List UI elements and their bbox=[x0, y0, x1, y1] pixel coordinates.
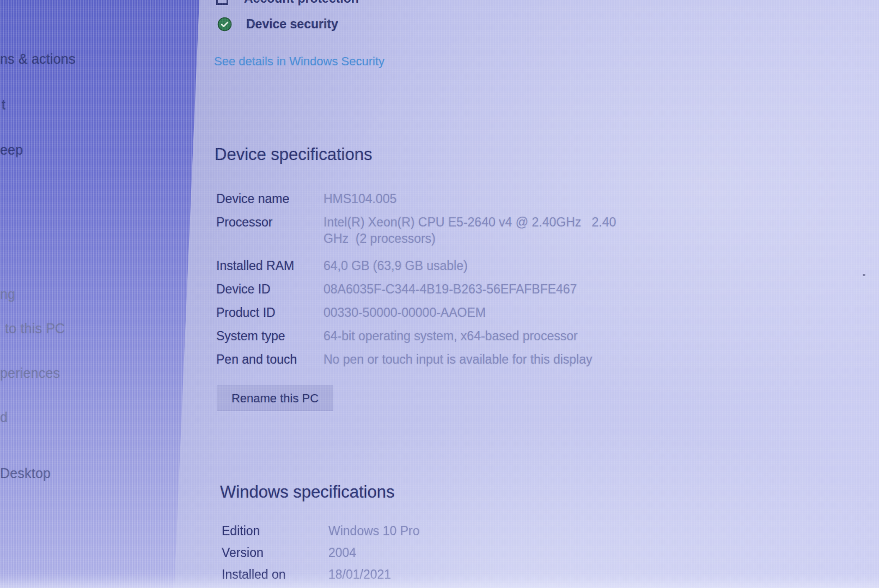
spec-row-system-type: System type 64-bit operating system, x64… bbox=[216, 329, 657, 352]
spec-label: Device ID bbox=[216, 282, 323, 297]
spec-label: Product ID bbox=[216, 305, 323, 320]
spec-label: Installed RAM bbox=[216, 259, 323, 273]
spec-value: 00330-50000-00000-AAOEM bbox=[323, 304, 650, 321]
spec-label: Version bbox=[222, 546, 328, 560]
sidebar-item-multitasking[interactable]: ng bbox=[0, 286, 15, 302]
spec-label: Pen and touch bbox=[216, 352, 323, 367]
monitor-photo: ns & actions t eep ng to this PC perienc… bbox=[0, 0, 879, 588]
account-protection-icon bbox=[216, 0, 228, 5]
spec-row-version: Version 2004 bbox=[222, 546, 663, 567]
dust-speck bbox=[863, 274, 865, 276]
sidebar-item-clipboard[interactable]: d bbox=[0, 409, 8, 425]
spec-row-pen-and-touch: Pen and touch No pen or touch input is a… bbox=[216, 352, 657, 376]
security-ok-check-icon bbox=[217, 17, 232, 32]
spec-row-installed-on: Installed on 18/01/2021 bbox=[222, 567, 663, 588]
security-item-account-protection: Account protection bbox=[216, 0, 445, 6]
device-specs-table: Device name HMS104.005 Processor Intel(R… bbox=[216, 192, 657, 376]
spec-row-processor: Processor Intel(R) Xeon(R) CPU E5-2640 v… bbox=[216, 215, 657, 259]
sidebar-item-projecting-to-this-pc[interactable]: to this PC bbox=[5, 321, 65, 336]
spec-value: 08A6035F-C344-4B19-B263-56EFAFBFE467 bbox=[323, 281, 650, 297]
sidebar-item-shared-experiences[interactable]: periences bbox=[0, 365, 60, 381]
spec-value: Windows 10 Pro bbox=[328, 523, 655, 539]
spec-value: 64,0 GB (63,9 GB usable) bbox=[323, 258, 650, 274]
spec-label: System type bbox=[216, 329, 323, 344]
windows-security-details-link[interactable]: See details in Windows Security bbox=[214, 54, 384, 69]
sidebar-item-focus-assist[interactable]: t bbox=[2, 97, 5, 113]
spec-label: Device name bbox=[216, 192, 323, 206]
windows-specs-table: Edition Windows 10 Pro Version 2004 Inst… bbox=[222, 524, 663, 588]
account-protection-label: Account protection bbox=[244, 0, 359, 6]
spec-value: 64-bit operating system, x64-based proce… bbox=[323, 328, 650, 344]
spec-value: 18/01/2021 bbox=[328, 566, 655, 583]
security-item-device-security: Device security bbox=[217, 17, 338, 32]
settings-window: ns & actions t eep ng to this PC perienc… bbox=[0, 0, 879, 588]
spec-label: Processor bbox=[216, 215, 323, 230]
spec-value: No pen or touch input is available for t… bbox=[323, 351, 650, 367]
spec-row-product-id: Product ID 00330-50000-00000-AAOEM bbox=[216, 305, 657, 329]
spec-label: Edition bbox=[222, 524, 328, 538]
device-security-label: Device security bbox=[246, 17, 338, 32]
sidebar-item-power-sleep[interactable]: eep bbox=[0, 142, 23, 158]
spec-label: Installed on bbox=[222, 567, 328, 582]
spec-row-device-name: Device name HMS104.005 bbox=[216, 192, 657, 215]
spec-row-device-id: Device ID 08A6035F-C344-4B19-B263-56EFAF… bbox=[216, 282, 657, 305]
settings-sidebar: ns & actions t eep ng to this PC perienc… bbox=[0, 0, 199, 588]
spec-row-edition: Edition Windows 10 Pro bbox=[222, 524, 663, 546]
windows-specs-title: Windows specifications bbox=[220, 482, 394, 502]
sidebar-item-remote-desktop[interactable]: Desktop bbox=[0, 465, 51, 481]
spec-value: Intel(R) Xeon(R) CPU E5-2640 v4 @ 2.40GH… bbox=[323, 214, 650, 247]
spec-value: 2004 bbox=[328, 544, 655, 561]
spec-row-installed-ram: Installed RAM 64,0 GB (63,9 GB usable) bbox=[216, 259, 657, 282]
device-specs-title: Device specifications bbox=[215, 145, 372, 164]
rename-pc-button[interactable]: Rename this PC bbox=[217, 385, 333, 411]
sidebar-item-notifications-actions[interactable]: ns & actions bbox=[0, 51, 76, 67]
spec-value: HMS104.005 bbox=[323, 191, 650, 207]
